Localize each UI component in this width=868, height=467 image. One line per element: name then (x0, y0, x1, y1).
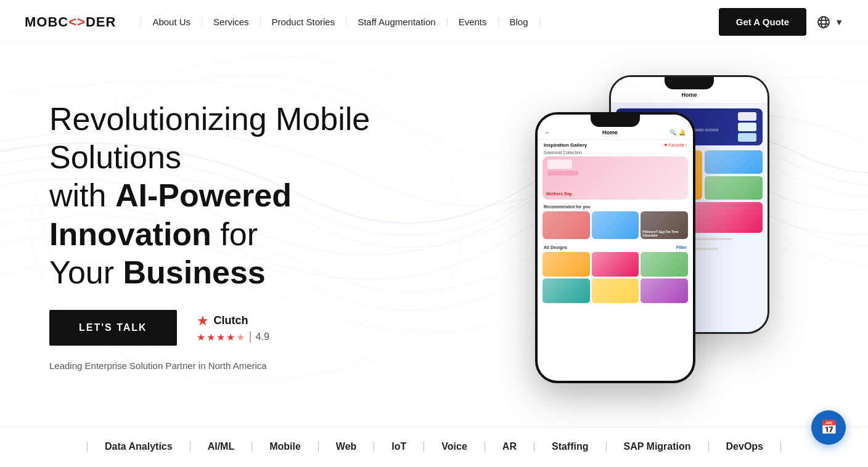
star3: ★ (216, 331, 225, 343)
bottom-bar-item-staffing[interactable]: Staffing (534, 442, 607, 452)
star2: ★ (207, 331, 215, 343)
calendar-icon: 📅 (821, 420, 837, 436)
designs-item-4 (542, 278, 590, 303)
clutch-name: Clutch (214, 314, 248, 327)
logo-part1: MOBC (25, 14, 68, 30)
phone-back-arrow: ← (545, 129, 551, 136)
phone-heart-icon: ❤ Favorite ! (664, 143, 687, 148)
star5: ★ (236, 331, 245, 343)
hero-heading-bold1: AI-Powered Innovation (49, 177, 292, 251)
bottom-bar-item-iot[interactable]: IoT (374, 442, 424, 452)
rec-item-2 (592, 211, 639, 239)
phone-header-title: Home (602, 129, 618, 136)
hero-heading-bold2: Business (123, 254, 266, 290)
phone-all-designs-label: All Designs (544, 245, 567, 250)
phone-back-img2 (705, 176, 763, 200)
phone-search-icon: 🔍 (669, 129, 676, 136)
phone-filter-label: Filter (676, 245, 687, 250)
phone-inspiration-bar: Inspiration Gallery ❤ Favorite ! (538, 140, 693, 150)
clutch-bottom: ★ ★ ★ ★ ★ 4.9 (197, 331, 269, 343)
bottom-bar-item-mobile[interactable]: Mobile (252, 442, 319, 452)
hero-section: Revolutionizing Mobile Solutions with AI… (0, 44, 868, 426)
phone-mothers-day-banner: Mothers Day (542, 156, 688, 200)
chevron-down-icon: ▼ (835, 17, 843, 27)
fab-calendar-button[interactable]: 📅 (811, 410, 846, 445)
phone-mothers-day-label: Mothers Day (546, 192, 572, 196)
phone-notch-front (591, 115, 640, 127)
logo-text: MOBC<>DER (25, 14, 116, 30)
designs-item-5 (592, 278, 639, 303)
hero-subtext: Leading Enterprise Solution Partner in N… (49, 360, 382, 371)
phone-bell-icon: 🔔 (679, 129, 686, 136)
lang-selector[interactable]: ▼ (816, 15, 843, 30)
navbar-links: About Us Services Product Stories Staff … (141, 17, 718, 26)
rec-item-3: Pillsbury® Egg Tea Time Chocolate (641, 211, 688, 239)
star1: ★ (197, 331, 205, 343)
designs-item-3 (641, 252, 688, 277)
phone-screen-front: ← Home 🔍 🔔 Inspiration Gallery ❤ Favorit… (538, 115, 693, 381)
clutch-badge: ★ Clutch ★ ★ ★ ★ ★ 4.9 (197, 313, 269, 343)
hero-phones: Home KRAVE ARTISAN BAKERY WE BRING PEOPL… (535, 75, 831, 396)
rec-item-1 (542, 211, 590, 239)
logo-part2: DER (86, 14, 116, 30)
logo[interactable]: MOBC<>DER (25, 14, 116, 30)
svg-point-0 (818, 17, 829, 28)
clutch-rating: 4.9 (250, 331, 269, 343)
nav-services[interactable]: Services (202, 17, 261, 26)
bottom-bar-item-ar[interactable]: AR (485, 442, 534, 452)
bottom-bar-item-data-analytics[interactable]: Data Analytics (87, 442, 190, 452)
phone-designs-grid (538, 252, 693, 303)
logo-arrows: <> (68, 14, 86, 30)
designs-item-1 (542, 252, 590, 277)
phone-seasonal-title: Seasonal Collection (538, 150, 693, 156)
phone-rec-grid: Pillsbury® Egg Tea Time Chocolate (538, 211, 693, 243)
bottom-bar-item-devops[interactable]: DevOps (709, 442, 781, 452)
hero-heading: Revolutionizing Mobile Solutions with AI… (49, 100, 382, 292)
phone-notch-back (665, 77, 714, 89)
phone-front: ← Home 🔍 🔔 Inspiration Gallery ❤ Favorit… (535, 112, 695, 383)
nav-staff-aug[interactable]: Staff Augmentation (346, 17, 447, 26)
designs-item-2 (592, 252, 639, 277)
hero-heading-line1: Revolutionizing Mobile Solutions (49, 101, 370, 175)
hero-heading-line3: Your Business (49, 254, 266, 290)
bottom-bar-item-aiml[interactable]: AI/ML (190, 442, 253, 452)
phone-back-bottom2 (690, 202, 763, 233)
nav-events[interactable]: Events (448, 17, 499, 26)
star4: ★ (226, 331, 235, 343)
globe-icon (816, 15, 831, 30)
svg-point-1 (821, 17, 826, 28)
clutch-stars: ★ ★ ★ ★ ★ (197, 331, 245, 343)
hero-actions: LET'S TALK ★ Clutch ★ ★ ★ ★ ★ 4.9 (49, 310, 382, 346)
clutch-top: ★ Clutch (197, 313, 269, 329)
phone-back-side-imgs (705, 150, 763, 200)
phone-back-img1 (705, 150, 763, 174)
bottom-bar-item-web[interactable]: Web (319, 442, 374, 452)
hero-content: Revolutionizing Mobile Solutions with AI… (0, 63, 432, 408)
phone-rec-title: Recommended for you (538, 202, 693, 211)
navbar: MOBC<>DER About Us Services Product Stor… (0, 0, 868, 44)
nav-product-stories[interactable]: Product Stories (261, 17, 347, 26)
bottom-bar-item-voice[interactable]: Voice (424, 442, 485, 452)
bottom-bar-item-sap[interactable]: SAP Migration (607, 442, 709, 452)
designs-item-6 (641, 278, 688, 303)
lets-talk-button[interactable]: LET'S TALK (49, 310, 177, 346)
get-a-quote-button[interactable]: Get A Quote (719, 8, 806, 36)
bottom-bar: Data Analytics AI/ML Mobile Web IoT Voic… (0, 426, 868, 466)
phone-inspiration-title: Inspiration Gallery (544, 142, 587, 148)
hero-heading-line2: with AI-Powered Innovation for (49, 177, 292, 251)
clutch-star-icon: ★ (197, 313, 209, 329)
nav-blog[interactable]: Blog (499, 17, 540, 26)
nav-about[interactable]: About Us (141, 17, 202, 26)
phone-all-designs-bar: All Designs Filter (538, 243, 693, 252)
